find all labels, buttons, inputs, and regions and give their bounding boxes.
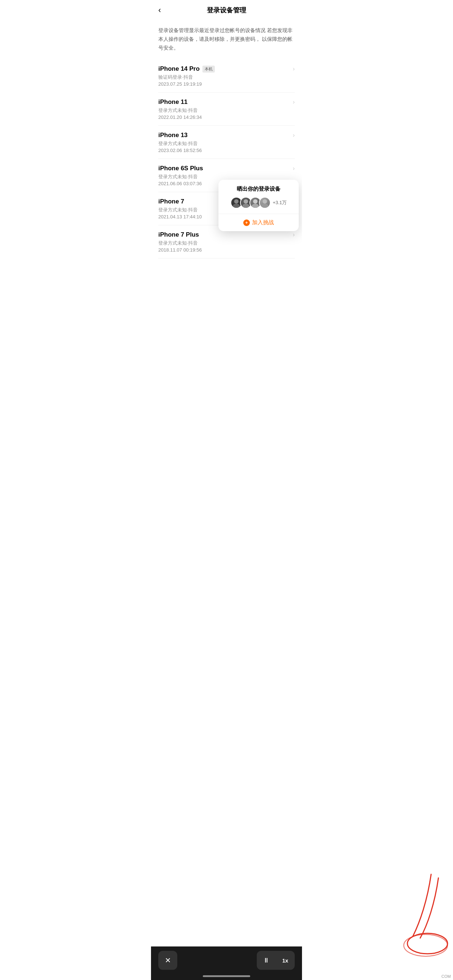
device-time: 2023.02.06 18:52:56	[158, 148, 295, 153]
svg-point-0	[234, 199, 239, 204]
device-time: 2022.01.20 14:26:34	[158, 115, 295, 120]
device-sub: 登录方式未知·抖音	[158, 140, 295, 147]
device-name: iPhone 6S Plus	[158, 165, 203, 172]
device-name: iPhone 7 Plus	[158, 231, 199, 239]
join-challenge-button[interactable]: + 加入挑战	[219, 214, 299, 231]
page-title: 登录设备管理	[207, 6, 246, 14]
device-list: iPhone 14 Pro 本机 › 验证码登录·抖音 2023.07.25 1…	[151, 59, 302, 258]
svg-point-7	[261, 204, 268, 208]
device-item-iphone11[interactable]: iPhone 11 › 登录方式未知·抖音 2022.01.20 14:26:3…	[151, 92, 302, 126]
svg-point-3	[242, 204, 249, 208]
chevron-right-icon: ›	[293, 132, 295, 138]
svg-point-6	[263, 199, 267, 204]
device-sub: 登录方式未知·抖音	[158, 173, 295, 180]
header: ‹ 登录设备管理	[151, 0, 302, 21]
device-item-iphone13[interactable]: iPhone 13 › 登录方式未知·抖音 2023.02.06 18:52:5…	[151, 126, 302, 159]
popup-avatars: +3.1万	[219, 197, 299, 214]
description-text: 登录设备管理显示最近登录过您帐号的设备情况 若您发现非本人操作的设备，请及时移除…	[151, 21, 302, 59]
device-name: iPhone 13	[158, 132, 187, 139]
this-device-badge: 本机	[203, 65, 215, 73]
device-name: iPhone 7	[158, 198, 184, 205]
chevron-right-icon: ›	[293, 232, 295, 238]
plus-icon: +	[243, 220, 250, 226]
join-challenge-label: 加入挑战	[252, 219, 274, 226]
svg-point-2	[244, 199, 248, 204]
device-sub: 登录方式未知·抖音	[158, 107, 295, 114]
device-name: iPhone 14 Pro	[158, 65, 199, 73]
chevron-right-icon: ›	[293, 65, 295, 72]
device-item-iphone14pro[interactable]: iPhone 14 Pro 本机 › 验证码登录·抖音 2023.07.25 1…	[151, 59, 302, 92]
svg-point-4	[253, 199, 257, 204]
device-sub: 验证码登录·抖音	[158, 74, 295, 81]
device-name: iPhone 11	[158, 99, 187, 106]
device-time: 2023.07.25 19:19:19	[158, 81, 295, 87]
popup-title: 晒出你的登录设备	[219, 180, 299, 197]
svg-point-1	[233, 204, 239, 208]
device-time: 2018.11.07 00:19:56	[158, 247, 295, 253]
popup-overlay: 晒出你的登录设备 +3.1万 + 加入挑战	[219, 180, 299, 231]
chevron-right-icon: ›	[293, 99, 295, 105]
back-button[interactable]: ‹	[158, 5, 161, 15]
svg-point-5	[252, 204, 258, 208]
device-sub: 登录方式未知·抖音	[158, 240, 295, 247]
popup-card: 晒出你的登录设备 +3.1万 + 加入挑战	[219, 180, 299, 231]
avatar	[259, 197, 271, 208]
chevron-right-icon: ›	[293, 165, 295, 172]
participant-count: +3.1万	[273, 199, 287, 206]
